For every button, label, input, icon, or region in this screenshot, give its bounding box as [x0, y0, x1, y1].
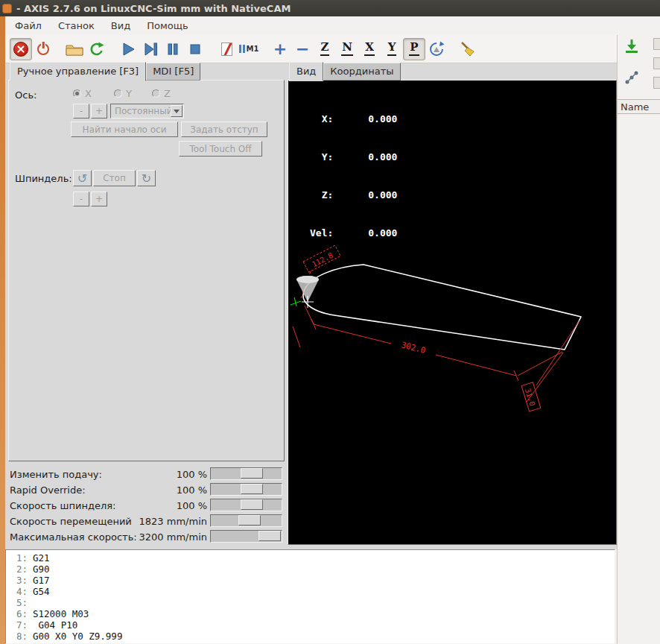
gcode-line: 2:G90 [10, 564, 615, 575]
optional-stop-icon: M1 [239, 45, 259, 53]
max-velocity-slider[interactable] [210, 530, 282, 543]
axis-window: - AXIS 2.7.6 on LinuxCNC-Sim mm with Nat… [0, 0, 660, 644]
load-arrow-icon [623, 38, 640, 54]
toolbar: M1 Z N X Y P [5, 35, 617, 63]
jog-minus-button[interactable]: - [73, 104, 89, 119]
reload-file-button[interactable] [86, 38, 108, 60]
slider-thumb[interactable] [241, 468, 263, 479]
name-header-label: Name [621, 101, 649, 113]
menu-help[interactable]: Помощь [139, 16, 196, 35]
pause-icon [165, 41, 181, 57]
spindle-override-slider[interactable] [210, 499, 282, 511]
rotate-view-button[interactable] [425, 38, 448, 60]
jog-speed-label: Скорость перемещений [10, 516, 132, 527]
nativecam-name-header[interactable]: Name [618, 99, 660, 114]
view-z-icon: Z [320, 42, 330, 56]
axis-radio-y[interactable]: Y [114, 88, 132, 99]
menu-view[interactable]: Вид [103, 16, 139, 35]
view-front-button[interactable]: Y [381, 38, 403, 60]
part-outline [303, 265, 581, 350]
window-title: - AXIS 2.7.6 on LinuxCNC-Sim mm with Nat… [16, 3, 291, 14]
tab-dro[interactable]: Координаты [323, 63, 400, 80]
jog-increment-combobox[interactable]: Постоянный [110, 104, 184, 119]
run-program-button[interactable] [117, 38, 139, 60]
view-side-button[interactable]: X [358, 38, 381, 60]
tool-touch-off-button[interactable]: Tool Touch Off [179, 141, 262, 157]
spindle-faster-button[interactable]: + [91, 192, 107, 206]
view-rotated-top-button[interactable]: N [336, 38, 358, 60]
gcode-line: 1:G21 [10, 552, 615, 564]
spindle-override-label: Скорость шпинделя: [10, 500, 115, 511]
nodes-icon [623, 69, 640, 86]
optional-stop-toggle[interactable]: M1 [238, 38, 260, 60]
slider-thumb[interactable] [258, 531, 281, 541]
slider-thumb[interactable] [241, 484, 263, 494]
view-x-icon: X [364, 42, 375, 56]
view-perspective-button[interactable]: P [403, 38, 425, 60]
axis-radio-x[interactable]: X [73, 88, 92, 99]
skip-lines-toggle[interactable] [215, 38, 238, 60]
gcode-line: 3:G17 [10, 575, 615, 586]
gcode-listing[interactable]: 1:G21 2:G90 3:G17 4:G54 5: 6:S12000 M03 … [5, 549, 615, 644]
machine-power-button[interactable] [32, 38, 54, 60]
menu-machine[interactable]: Станок [50, 16, 103, 35]
tab-preview[interactable]: Вид [289, 62, 323, 81]
jog-speed-slider[interactable] [210, 514, 282, 527]
set-offset-button[interactable]: Задать отступ [181, 121, 267, 137]
axis-radio-x-label: X [85, 88, 92, 99]
step-program-button[interactable] [139, 38, 162, 60]
zoom-in-button[interactable] [269, 38, 291, 60]
menu-bar: Файл Станок Вид Помощь [5, 16, 660, 35]
view-top-button[interactable]: Z [314, 38, 336, 60]
spindle-stop-button[interactable]: Стоп [93, 170, 136, 186]
gcode-line: 4:G54 [10, 586, 615, 597]
open-file-button[interactable] [63, 38, 86, 60]
spindle-ccw-button[interactable] [73, 170, 92, 186]
menu-file[interactable]: Файл [7, 16, 50, 35]
rapid-override-slider[interactable] [210, 483, 282, 496]
nativecam-tree-button[interactable] [622, 68, 641, 87]
spindle-cw-button[interactable] [137, 170, 156, 186]
jog-plus-button[interactable]: + [91, 104, 107, 119]
feed-override-label: Изменить подачу: [10, 469, 102, 480]
spindle-slower-button[interactable]: - [73, 192, 89, 206]
estop-button[interactable] [10, 38, 32, 60]
dro-x: X: 0.000 [310, 113, 397, 125]
dro-y: Y: 0.000 [310, 151, 397, 163]
manual-control-panel: Ось: X Y Z - + Постоянный Найти начало о… [8, 80, 285, 461]
spindle-override-value: 100 % [177, 500, 207, 511]
tab-mdi[interactable]: MDI [F5] [146, 63, 200, 80]
max-velocity-row: Максимальная скорость: 3200 mm/min [8, 529, 282, 544]
max-velocity-value: 3200 mm/min [139, 531, 207, 543]
gcode-line: 6:S12000 M03 [10, 608, 615, 619]
axis-radio-z-label: Z [164, 88, 171, 99]
view-p-icon: P [409, 42, 419, 56]
home-axis-button[interactable]: Найти начало оси [71, 121, 178, 137]
tab-manual-control[interactable]: Ручное управление [F3] [10, 62, 146, 81]
nativecam-panel: Name [617, 35, 660, 644]
preview-canvas[interactable]: 302.0 31.0 112.8 [288, 80, 617, 545]
clear-plot-button[interactable] [457, 38, 479, 60]
jog-increment-value: Постоянный [115, 106, 172, 116]
rapid-override-label: Rapid Override: [10, 484, 86, 496]
gcode-line: 7: G04 P10 [10, 619, 615, 631]
axis-radio-z[interactable]: Z [152, 88, 171, 99]
chevron-down-icon[interactable] [171, 105, 183, 117]
radio-indicator [114, 89, 122, 98]
pause-program-button[interactable] [162, 38, 184, 60]
nativecam-load-button[interactable] [622, 37, 641, 56]
max-velocity-label: Максимальная скорость: [10, 531, 137, 543]
stop-program-button[interactable] [184, 38, 206, 60]
power-icon [37, 43, 49, 55]
rapid-override-row: Rapid Override: 100 % [8, 482, 282, 497]
dimension-width-label: 31.0 [524, 388, 537, 407]
slider-thumb[interactable] [241, 499, 263, 510]
zoom-out-button[interactable] [291, 38, 314, 60]
title-bar[interactable]: - AXIS 2.7.6 on LinuxCNC-Sim mm with Nat… [0, 0, 660, 16]
feed-override-slider[interactable] [210, 467, 282, 480]
zoom-out-icon [296, 41, 309, 57]
radio-indicator [73, 89, 81, 98]
slider-thumb[interactable] [238, 515, 261, 525]
window-icon [2, 4, 12, 13]
gcode-line: 8:G00 X0 Y0 Z9.999 [10, 631, 615, 642]
